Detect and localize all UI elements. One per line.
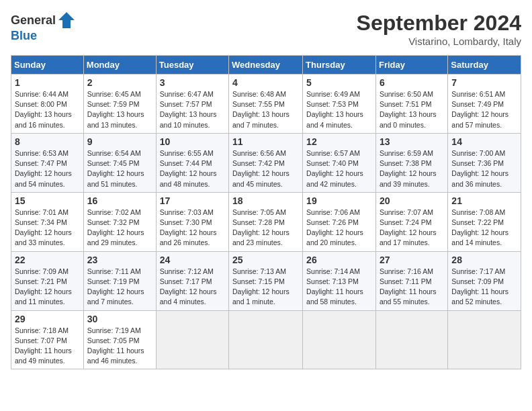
table-row: 27 Sunrise: 7:16 AMSunset: 7:11 PMDaylig…: [375, 251, 447, 310]
day-info: Sunrise: 6:44 AMSunset: 8:00 PMDaylight:…: [15, 90, 72, 129]
table-row: 4 Sunrise: 6:48 AMSunset: 7:55 PMDayligh…: [229, 75, 303, 134]
calendar-week-row: 8 Sunrise: 6:53 AMSunset: 7:47 PMDayligh…: [11, 133, 521, 192]
table-row: 2 Sunrise: 6:45 AMSunset: 7:59 PMDayligh…: [83, 75, 156, 134]
day-number: 10: [160, 136, 225, 147]
table-row: 6 Sunrise: 6:50 AMSunset: 7:51 PMDayligh…: [375, 75, 447, 134]
table-row: 10 Sunrise: 6:55 AMSunset: 7:44 PMDaylig…: [156, 133, 228, 192]
day-info: Sunrise: 7:17 AMSunset: 7:09 PMDaylight:…: [451, 267, 508, 306]
table-row: 30 Sunrise: 7:19 AMSunset: 7:05 PMDaylig…: [83, 310, 156, 369]
day-number: 25: [232, 255, 299, 265]
day-number: 27: [380, 255, 444, 265]
logo-general-text: General: [11, 14, 56, 26]
day-info: Sunrise: 6:56 AMSunset: 7:42 PMDaylight:…: [232, 149, 290, 188]
day-number: 7: [451, 77, 517, 88]
col-sunday: Sunday: [11, 56, 84, 75]
table-row: 8 Sunrise: 6:53 AMSunset: 7:47 PMDayligh…: [11, 133, 84, 192]
day-info: Sunrise: 6:50 AMSunset: 7:51 PMDaylight:…: [380, 90, 437, 129]
table-row: 22 Sunrise: 7:09 AMSunset: 7:21 PMDaylig…: [11, 251, 84, 310]
day-info: Sunrise: 7:11 AMSunset: 7:19 PMDaylight:…: [87, 267, 144, 306]
col-wednesday: Wednesday: [229, 56, 303, 75]
table-row: 17 Sunrise: 7:03 AMSunset: 7:30 PMDaylig…: [156, 192, 228, 251]
logo: General Blue: [11, 11, 76, 42]
table-row: 18 Sunrise: 7:05 AMSunset: 7:28 PMDaylig…: [229, 192, 303, 251]
table-row: [229, 310, 303, 369]
calendar-week-row: 29 Sunrise: 7:18 AMSunset: 7:07 PMDaylig…: [11, 310, 521, 369]
day-info: Sunrise: 7:14 AMSunset: 7:13 PMDaylight:…: [306, 267, 363, 306]
day-number: 16: [87, 195, 152, 206]
day-info: Sunrise: 7:09 AMSunset: 7:21 PMDaylight:…: [15, 267, 72, 306]
day-info: Sunrise: 7:02 AMSunset: 7:32 PMDaylight:…: [87, 208, 144, 247]
calendar-header-row: Sunday Monday Tuesday Wednesday Thursday…: [11, 56, 521, 75]
svg-marker-0: [58, 12, 75, 28]
day-number: 20: [380, 195, 444, 206]
day-number: 30: [87, 314, 152, 324]
day-info: Sunrise: 6:59 AMSunset: 7:38 PMDaylight:…: [380, 149, 437, 188]
calendar-week-row: 22 Sunrise: 7:09 AMSunset: 7:21 PMDaylig…: [11, 251, 521, 310]
day-number: 29: [15, 314, 80, 324]
calendar-table: Sunday Monday Tuesday Wednesday Thursday…: [11, 55, 521, 369]
table-row: [156, 310, 228, 369]
table-row: 3 Sunrise: 6:47 AMSunset: 7:57 PMDayligh…: [156, 75, 228, 134]
day-info: Sunrise: 7:08 AMSunset: 7:22 PMDaylight:…: [451, 208, 508, 247]
table-row: 15 Sunrise: 7:01 AMSunset: 7:34 PMDaylig…: [11, 192, 84, 251]
location-subtitle: Vistarino, Lombardy, Italy: [357, 36, 521, 47]
table-row: [375, 310, 447, 369]
table-row: 14 Sunrise: 7:00 AMSunset: 7:36 PMDaylig…: [448, 133, 521, 192]
day-info: Sunrise: 7:06 AMSunset: 7:26 PMDaylight:…: [306, 208, 363, 247]
day-info: Sunrise: 6:53 AMSunset: 7:47 PMDaylight:…: [15, 149, 72, 188]
day-info: Sunrise: 7:07 AMSunset: 7:24 PMDaylight:…: [380, 208, 437, 247]
col-friday: Friday: [375, 56, 447, 75]
day-number: 13: [380, 136, 444, 147]
day-number: 2: [87, 77, 152, 88]
day-info: Sunrise: 7:12 AMSunset: 7:17 PMDaylight:…: [160, 267, 217, 306]
day-number: 17: [160, 195, 225, 206]
table-row: 5 Sunrise: 6:49 AMSunset: 7:53 PMDayligh…: [303, 75, 376, 134]
day-info: Sunrise: 6:55 AMSunset: 7:44 PMDaylight:…: [160, 149, 217, 188]
day-number: 15: [15, 195, 80, 206]
day-info: Sunrise: 7:01 AMSunset: 7:34 PMDaylight:…: [15, 208, 72, 247]
table-row: 16 Sunrise: 7:02 AMSunset: 7:32 PMDaylig…: [83, 192, 156, 251]
day-number: 28: [451, 255, 517, 265]
day-info: Sunrise: 7:05 AMSunset: 7:28 PMDaylight:…: [232, 208, 290, 247]
day-number: 5: [306, 77, 372, 88]
table-row: 1 Sunrise: 6:44 AMSunset: 8:00 PMDayligh…: [11, 75, 84, 134]
day-number: 8: [15, 136, 80, 147]
header: General Blue September 2024 Vistarino, L…: [11, 11, 521, 47]
month-title: September 2024: [357, 11, 521, 36]
logo-icon: [57, 11, 76, 30]
table-row: [303, 310, 376, 369]
title-area: September 2024 Vistarino, Lombardy, Ital…: [357, 11, 521, 47]
day-info: Sunrise: 6:49 AMSunset: 7:53 PMDaylight:…: [306, 90, 363, 129]
table-row: 12 Sunrise: 6:57 AMSunset: 7:40 PMDaylig…: [303, 133, 376, 192]
day-info: Sunrise: 7:03 AMSunset: 7:30 PMDaylight:…: [160, 208, 217, 247]
day-number: 11: [232, 136, 299, 147]
table-row: 29 Sunrise: 7:18 AMSunset: 7:07 PMDaylig…: [11, 310, 84, 369]
day-info: Sunrise: 7:18 AMSunset: 7:07 PMDaylight:…: [15, 326, 72, 365]
day-number: 14: [451, 136, 517, 147]
day-number: 24: [160, 255, 225, 265]
day-number: 18: [232, 195, 299, 206]
logo-blue-text: Blue: [11, 29, 37, 42]
col-saturday: Saturday: [448, 56, 521, 75]
table-row: 13 Sunrise: 6:59 AMSunset: 7:38 PMDaylig…: [375, 133, 447, 192]
day-number: 26: [306, 255, 372, 265]
day-info: Sunrise: 6:51 AMSunset: 7:49 PMDaylight:…: [451, 90, 508, 129]
day-info: Sunrise: 7:16 AMSunset: 7:11 PMDaylight:…: [380, 267, 437, 306]
table-row: 24 Sunrise: 7:12 AMSunset: 7:17 PMDaylig…: [156, 251, 228, 310]
day-info: Sunrise: 6:57 AMSunset: 7:40 PMDaylight:…: [306, 149, 363, 188]
calendar-week-row: 1 Sunrise: 6:44 AMSunset: 8:00 PMDayligh…: [11, 75, 521, 134]
day-number: 3: [160, 77, 225, 88]
table-row: 25 Sunrise: 7:13 AMSunset: 7:15 PMDaylig…: [229, 251, 303, 310]
col-thursday: Thursday: [303, 56, 376, 75]
table-row: 7 Sunrise: 6:51 AMSunset: 7:49 PMDayligh…: [448, 75, 521, 134]
table-row: [448, 310, 521, 369]
day-number: 22: [15, 255, 80, 265]
day-number: 1: [15, 77, 80, 88]
calendar-week-row: 15 Sunrise: 7:01 AMSunset: 7:34 PMDaylig…: [11, 192, 521, 251]
table-row: 21 Sunrise: 7:08 AMSunset: 7:22 PMDaylig…: [448, 192, 521, 251]
col-monday: Monday: [83, 56, 156, 75]
day-number: 6: [380, 77, 444, 88]
day-info: Sunrise: 6:54 AMSunset: 7:45 PMDaylight:…: [87, 149, 144, 188]
day-number: 4: [232, 77, 299, 88]
day-info: Sunrise: 6:48 AMSunset: 7:55 PMDaylight:…: [232, 90, 290, 129]
